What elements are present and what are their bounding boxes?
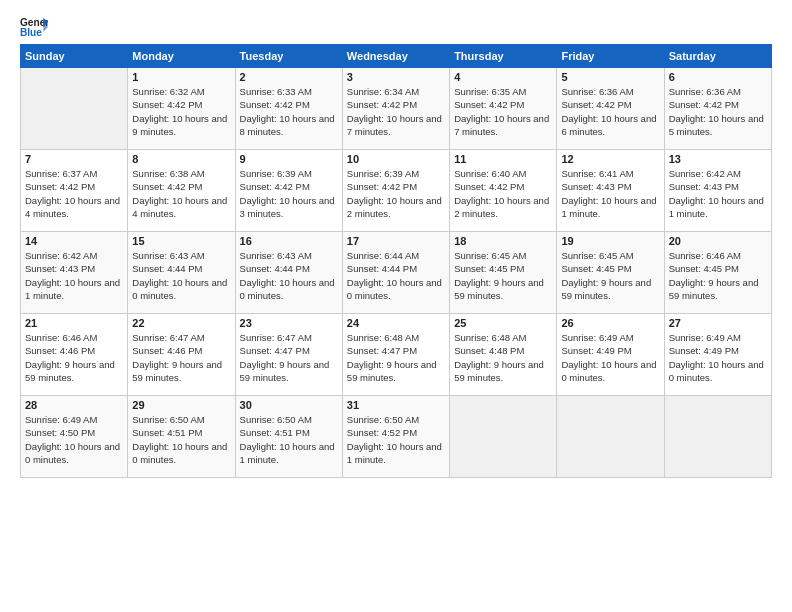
- day-detail: Sunrise: 6:40 AMSunset: 4:42 PMDaylight:…: [454, 167, 552, 220]
- table-row: [664, 396, 771, 478]
- table-row: 11Sunrise: 6:40 AMSunset: 4:42 PMDayligh…: [450, 150, 557, 232]
- day-detail: Sunrise: 6:46 AMSunset: 4:46 PMDaylight:…: [25, 331, 123, 384]
- day-number: 17: [347, 235, 445, 247]
- table-row: 30Sunrise: 6:50 AMSunset: 4:51 PMDayligh…: [235, 396, 342, 478]
- table-row: 19Sunrise: 6:45 AMSunset: 4:45 PMDayligh…: [557, 232, 664, 314]
- table-row: 3Sunrise: 6:34 AMSunset: 4:42 PMDaylight…: [342, 68, 449, 150]
- table-row: 13Sunrise: 6:42 AMSunset: 4:43 PMDayligh…: [664, 150, 771, 232]
- day-detail: Sunrise: 6:49 AMSunset: 4:49 PMDaylight:…: [669, 331, 767, 384]
- table-row: [21, 68, 128, 150]
- day-number: 13: [669, 153, 767, 165]
- day-number: 10: [347, 153, 445, 165]
- day-number: 18: [454, 235, 552, 247]
- table-row: 12Sunrise: 6:41 AMSunset: 4:43 PMDayligh…: [557, 150, 664, 232]
- table-row: 10Sunrise: 6:39 AMSunset: 4:42 PMDayligh…: [342, 150, 449, 232]
- day-detail: Sunrise: 6:39 AMSunset: 4:42 PMDaylight:…: [240, 167, 338, 220]
- day-number: 7: [25, 153, 123, 165]
- day-detail: Sunrise: 6:46 AMSunset: 4:45 PMDaylight:…: [669, 249, 767, 302]
- table-row: 23Sunrise: 6:47 AMSunset: 4:47 PMDayligh…: [235, 314, 342, 396]
- weekday-header-monday: Monday: [128, 45, 235, 68]
- day-detail: Sunrise: 6:33 AMSunset: 4:42 PMDaylight:…: [240, 85, 338, 138]
- day-detail: Sunrise: 6:41 AMSunset: 4:43 PMDaylight:…: [561, 167, 659, 220]
- table-row: 5Sunrise: 6:36 AMSunset: 4:42 PMDaylight…: [557, 68, 664, 150]
- table-row: 1Sunrise: 6:32 AMSunset: 4:42 PMDaylight…: [128, 68, 235, 150]
- day-number: 23: [240, 317, 338, 329]
- day-number: 8: [132, 153, 230, 165]
- day-number: 19: [561, 235, 659, 247]
- table-row: 27Sunrise: 6:49 AMSunset: 4:49 PMDayligh…: [664, 314, 771, 396]
- day-number: 27: [669, 317, 767, 329]
- day-detail: Sunrise: 6:44 AMSunset: 4:44 PMDaylight:…: [347, 249, 445, 302]
- weekday-header-wednesday: Wednesday: [342, 45, 449, 68]
- day-number: 5: [561, 71, 659, 83]
- day-detail: Sunrise: 6:50 AMSunset: 4:51 PMDaylight:…: [240, 413, 338, 466]
- day-detail: Sunrise: 6:34 AMSunset: 4:42 PMDaylight:…: [347, 85, 445, 138]
- weekday-header-saturday: Saturday: [664, 45, 771, 68]
- table-row: 25Sunrise: 6:48 AMSunset: 4:48 PMDayligh…: [450, 314, 557, 396]
- day-detail: Sunrise: 6:32 AMSunset: 4:42 PMDaylight:…: [132, 85, 230, 138]
- day-number: 1: [132, 71, 230, 83]
- table-row: 7Sunrise: 6:37 AMSunset: 4:42 PMDaylight…: [21, 150, 128, 232]
- day-number: 30: [240, 399, 338, 411]
- day-detail: Sunrise: 6:47 AMSunset: 4:47 PMDaylight:…: [240, 331, 338, 384]
- table-row: [557, 396, 664, 478]
- table-row: 18Sunrise: 6:45 AMSunset: 4:45 PMDayligh…: [450, 232, 557, 314]
- day-detail: Sunrise: 6:42 AMSunset: 4:43 PMDaylight:…: [669, 167, 767, 220]
- table-row: 6Sunrise: 6:36 AMSunset: 4:42 PMDaylight…: [664, 68, 771, 150]
- day-detail: Sunrise: 6:45 AMSunset: 4:45 PMDaylight:…: [561, 249, 659, 302]
- table-row: [450, 396, 557, 478]
- table-row: 15Sunrise: 6:43 AMSunset: 4:44 PMDayligh…: [128, 232, 235, 314]
- day-detail: Sunrise: 6:36 AMSunset: 4:42 PMDaylight:…: [561, 85, 659, 138]
- table-row: 24Sunrise: 6:48 AMSunset: 4:47 PMDayligh…: [342, 314, 449, 396]
- day-detail: Sunrise: 6:48 AMSunset: 4:47 PMDaylight:…: [347, 331, 445, 384]
- day-detail: Sunrise: 6:43 AMSunset: 4:44 PMDaylight:…: [240, 249, 338, 302]
- day-detail: Sunrise: 6:47 AMSunset: 4:46 PMDaylight:…: [132, 331, 230, 384]
- table-row: 26Sunrise: 6:49 AMSunset: 4:49 PMDayligh…: [557, 314, 664, 396]
- table-row: 2Sunrise: 6:33 AMSunset: 4:42 PMDaylight…: [235, 68, 342, 150]
- day-number: 14: [25, 235, 123, 247]
- day-number: 29: [132, 399, 230, 411]
- table-row: 20Sunrise: 6:46 AMSunset: 4:45 PMDayligh…: [664, 232, 771, 314]
- day-number: 4: [454, 71, 552, 83]
- table-row: 9Sunrise: 6:39 AMSunset: 4:42 PMDaylight…: [235, 150, 342, 232]
- day-detail: Sunrise: 6:43 AMSunset: 4:44 PMDaylight:…: [132, 249, 230, 302]
- day-number: 16: [240, 235, 338, 247]
- weekday-header-sunday: Sunday: [21, 45, 128, 68]
- day-number: 22: [132, 317, 230, 329]
- weekday-header-tuesday: Tuesday: [235, 45, 342, 68]
- table-row: 22Sunrise: 6:47 AMSunset: 4:46 PMDayligh…: [128, 314, 235, 396]
- day-detail: Sunrise: 6:38 AMSunset: 4:42 PMDaylight:…: [132, 167, 230, 220]
- day-detail: Sunrise: 6:39 AMSunset: 4:42 PMDaylight:…: [347, 167, 445, 220]
- day-detail: Sunrise: 6:36 AMSunset: 4:42 PMDaylight:…: [669, 85, 767, 138]
- day-detail: Sunrise: 6:35 AMSunset: 4:42 PMDaylight:…: [454, 85, 552, 138]
- table-row: 8Sunrise: 6:38 AMSunset: 4:42 PMDaylight…: [128, 150, 235, 232]
- day-detail: Sunrise: 6:49 AMSunset: 4:50 PMDaylight:…: [25, 413, 123, 466]
- table-row: 16Sunrise: 6:43 AMSunset: 4:44 PMDayligh…: [235, 232, 342, 314]
- day-detail: Sunrise: 6:42 AMSunset: 4:43 PMDaylight:…: [25, 249, 123, 302]
- day-number: 12: [561, 153, 659, 165]
- table-row: 4Sunrise: 6:35 AMSunset: 4:42 PMDaylight…: [450, 68, 557, 150]
- weekday-header-friday: Friday: [557, 45, 664, 68]
- svg-text:Blue: Blue: [20, 27, 42, 38]
- table-row: 21Sunrise: 6:46 AMSunset: 4:46 PMDayligh…: [21, 314, 128, 396]
- day-number: 2: [240, 71, 338, 83]
- day-number: 20: [669, 235, 767, 247]
- day-detail: Sunrise: 6:37 AMSunset: 4:42 PMDaylight:…: [25, 167, 123, 220]
- day-number: 28: [25, 399, 123, 411]
- calendar-table: SundayMondayTuesdayWednesdayThursdayFrid…: [20, 44, 772, 478]
- day-number: 26: [561, 317, 659, 329]
- logo-icon: General Blue: [20, 16, 48, 38]
- logo: General Blue: [20, 16, 48, 38]
- day-number: 31: [347, 399, 445, 411]
- day-number: 15: [132, 235, 230, 247]
- day-number: 25: [454, 317, 552, 329]
- day-detail: Sunrise: 6:45 AMSunset: 4:45 PMDaylight:…: [454, 249, 552, 302]
- day-number: 21: [25, 317, 123, 329]
- table-row: 17Sunrise: 6:44 AMSunset: 4:44 PMDayligh…: [342, 232, 449, 314]
- day-number: 11: [454, 153, 552, 165]
- day-number: 3: [347, 71, 445, 83]
- table-row: 14Sunrise: 6:42 AMSunset: 4:43 PMDayligh…: [21, 232, 128, 314]
- day-number: 24: [347, 317, 445, 329]
- table-row: 28Sunrise: 6:49 AMSunset: 4:50 PMDayligh…: [21, 396, 128, 478]
- day-number: 6: [669, 71, 767, 83]
